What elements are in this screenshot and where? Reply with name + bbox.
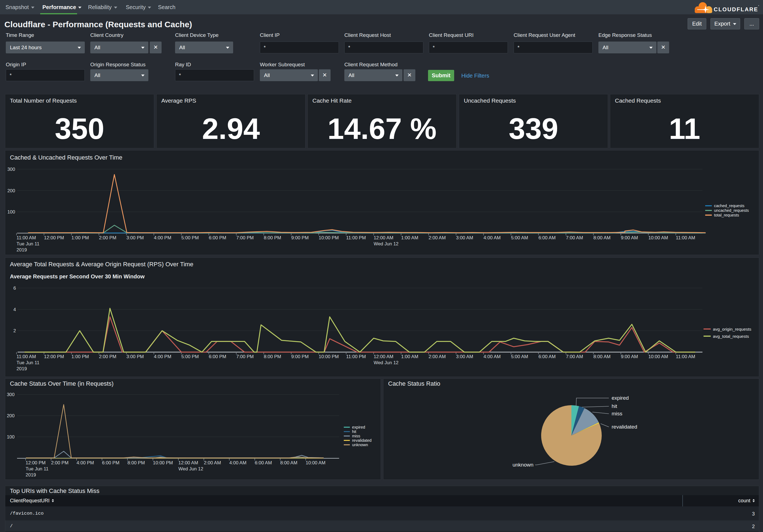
- svg-text:1:00 PM: 1:00 PM: [71, 235, 89, 240]
- svg-text:2:00 AM: 2:00 AM: [204, 460, 221, 466]
- svg-text:expired: expired: [611, 395, 629, 401]
- svg-text:10:00 PM: 10:00 PM: [319, 235, 339, 240]
- svg-text:3:00 AM: 3:00 AM: [456, 354, 473, 359]
- svg-text:6:00 AM: 6:00 AM: [538, 354, 555, 359]
- svg-text:3:00 PM: 3:00 PM: [126, 354, 144, 359]
- svg-text:2: 2: [14, 328, 16, 333]
- svg-text:Wed Jun 12: Wed Jun 12: [178, 466, 203, 472]
- svg-text:11:00 PM: 11:00 PM: [346, 235, 366, 240]
- svg-text:7:00 AM: 7:00 AM: [566, 235, 583, 240]
- svg-text:11:00 AM: 11:00 AM: [676, 354, 695, 359]
- svg-text:8:00 AM: 8:00 AM: [280, 460, 297, 466]
- svg-text:4:00 PM: 4:00 PM: [154, 235, 171, 240]
- svg-text:6:00 PM: 6:00 PM: [209, 235, 226, 240]
- svg-text:300: 300: [7, 167, 15, 172]
- svg-text:6: 6: [14, 286, 16, 291]
- svg-text:5:00 AM: 5:00 AM: [511, 354, 528, 359]
- svg-text:8:00 AM: 8:00 AM: [594, 354, 610, 359]
- svg-text:1:00 PM: 1:00 PM: [71, 354, 89, 359]
- svg-text:cached_requests: cached_requests: [714, 204, 744, 208]
- svg-text:unknown: unknown: [512, 462, 533, 468]
- svg-text:4:00 PM: 4:00 PM: [76, 460, 94, 466]
- svg-text:7:00 PM: 7:00 PM: [236, 235, 254, 240]
- svg-text:100: 100: [7, 434, 15, 440]
- svg-text:expired: expired: [352, 425, 365, 429]
- svg-text:10:00 PM: 10:00 PM: [319, 354, 339, 359]
- svg-text:9:00 AM: 9:00 AM: [621, 354, 638, 359]
- svg-text:9:00 AM: 9:00 AM: [621, 235, 638, 240]
- svg-text:9:00 PM: 9:00 PM: [291, 354, 309, 359]
- svg-text:12:00 AM: 12:00 AM: [374, 235, 393, 240]
- svg-text:Tue Jun 11: Tue Jun 11: [17, 360, 39, 365]
- svg-text:7:00 AM: 7:00 AM: [566, 354, 583, 359]
- svg-text:4:00 AM: 4:00 AM: [484, 354, 501, 359]
- svg-text:uncached_requests: uncached_requests: [714, 208, 749, 213]
- svg-text:100: 100: [7, 209, 15, 215]
- svg-text:3:00 AM: 3:00 AM: [456, 235, 473, 240]
- svg-text:avg_origin_requests: avg_origin_requests: [713, 327, 751, 331]
- svg-text:8:00 PM: 8:00 PM: [127, 460, 145, 466]
- svg-text:12:00 AM: 12:00 AM: [178, 460, 198, 466]
- svg-text:5:00 AM: 5:00 AM: [511, 235, 528, 240]
- svg-text:7:00 PM: 7:00 PM: [236, 354, 254, 359]
- svg-text:6:00 AM: 6:00 AM: [255, 460, 272, 466]
- svg-text:11:00 PM: 11:00 PM: [346, 354, 366, 359]
- svg-text:miss: miss: [611, 411, 622, 416]
- svg-text:11:00 AM: 11:00 AM: [676, 235, 695, 240]
- svg-text:2019: 2019: [17, 247, 27, 252]
- svg-text:2:00 PM: 2:00 PM: [51, 460, 68, 466]
- svg-text:4: 4: [14, 307, 16, 312]
- svg-text:5:00 PM: 5:00 PM: [181, 235, 199, 240]
- svg-text:200: 200: [7, 188, 15, 193]
- svg-text:8:00 PM: 8:00 PM: [264, 235, 281, 240]
- svg-text:8:00 PM: 8:00 PM: [264, 354, 281, 359]
- svg-text:12:00 PM: 12:00 PM: [26, 460, 46, 466]
- svg-text:6:00 PM: 6:00 PM: [209, 354, 226, 359]
- svg-text:Wed Jun 12: Wed Jun 12: [374, 241, 398, 246]
- svg-text:5:00 PM: 5:00 PM: [181, 354, 199, 359]
- svg-text:hit: hit: [611, 403, 617, 409]
- svg-text:300: 300: [7, 392, 15, 397]
- svg-text:2:00 PM: 2:00 PM: [99, 235, 116, 240]
- svg-text:12:00 PM: 12:00 PM: [44, 354, 64, 359]
- svg-text:6:00 AM: 6:00 AM: [538, 235, 555, 240]
- svg-text:2019: 2019: [17, 366, 27, 371]
- svg-text:unknown: unknown: [352, 443, 368, 447]
- svg-text:1:00 AM: 1:00 AM: [401, 354, 418, 359]
- svg-text:10:00 AM: 10:00 AM: [648, 354, 668, 359]
- svg-text:Tue Jun 11: Tue Jun 11: [17, 241, 39, 246]
- svg-text:2:00 AM: 2:00 AM: [429, 354, 446, 359]
- svg-text:10:00 AM: 10:00 AM: [306, 460, 326, 466]
- svg-text:11:00 AM: 11:00 AM: [17, 235, 36, 240]
- svg-text:total_requests: total_requests: [714, 213, 739, 217]
- svg-text:4:00 PM: 4:00 PM: [154, 354, 171, 359]
- svg-text:miss: miss: [352, 434, 360, 438]
- svg-text:1:00 AM: 1:00 AM: [401, 235, 418, 240]
- svg-text:12:00 PM: 12:00 PM: [44, 235, 64, 240]
- svg-text:9:00 PM: 9:00 PM: [291, 235, 309, 240]
- svg-text:4:00 AM: 4:00 AM: [229, 460, 246, 466]
- svg-text:revalidated: revalidated: [611, 424, 637, 430]
- svg-text:avg_total_requests: avg_total_requests: [713, 334, 749, 339]
- svg-text:8:00 AM: 8:00 AM: [594, 235, 610, 240]
- svg-text:hit: hit: [352, 429, 356, 434]
- svg-text:2:00 PM: 2:00 PM: [99, 354, 116, 359]
- svg-text:6:00 PM: 6:00 PM: [102, 460, 119, 466]
- svg-text:3:00 PM: 3:00 PM: [126, 235, 144, 240]
- svg-text:4:00 AM: 4:00 AM: [484, 235, 501, 240]
- svg-text:12:00 AM: 12:00 AM: [374, 354, 393, 359]
- svg-text:revalidated: revalidated: [352, 438, 372, 443]
- svg-text:11:00 AM: 11:00 AM: [17, 354, 36, 359]
- svg-text:2019: 2019: [26, 472, 36, 478]
- svg-text:Tue Jun 11: Tue Jun 11: [26, 466, 49, 472]
- svg-text:200: 200: [7, 413, 15, 418]
- svg-text:10:00 PM: 10:00 PM: [153, 460, 173, 466]
- svg-text:10:00 AM: 10:00 AM: [648, 235, 668, 240]
- svg-text:2:00 AM: 2:00 AM: [429, 235, 446, 240]
- svg-text:Wed Jun 12: Wed Jun 12: [374, 360, 398, 365]
